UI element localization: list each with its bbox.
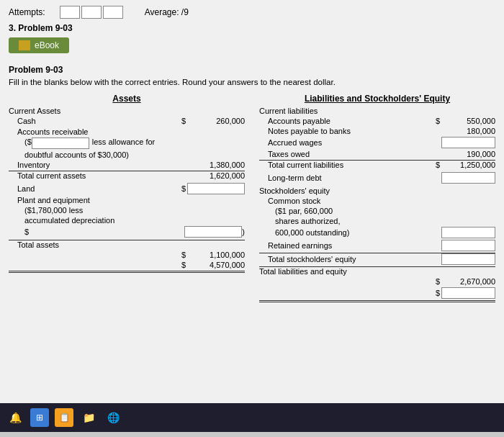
- taskbar-icon-1[interactable]: 🔔: [6, 408, 24, 427]
- taskbar: 🔔 ⊞ 📋 📁 🌐: [0, 403, 504, 432]
- windows-icon: ⊞: [36, 413, 43, 423]
- ebook-button[interactable]: eBook: [9, 37, 69, 53]
- bell-icon: 🔔: [9, 412, 22, 423]
- total-current-liabilities-label: Total current liabilities: [259, 161, 436, 169]
- accrued-wages-input[interactable]: [441, 137, 495, 148]
- common-stock-note1: ($1 par, 660,000: [259, 207, 495, 215]
- less-allowance-label: less allowance for: [89, 138, 155, 146]
- land-label: Land: [9, 184, 181, 193]
- plant-input[interactable]: [184, 226, 242, 238]
- folder-icon: 📁: [83, 412, 95, 423]
- retained-earnings-label: Retained earnings: [259, 241, 441, 250]
- instructions: Fill in the blanks below with the correc…: [9, 78, 495, 86]
- attempts-boxes: [60, 6, 123, 19]
- common-stock-input[interactable]: [441, 227, 495, 238]
- total-current-assets-value: 1,620,000: [187, 171, 245, 180]
- inventory-label: Inventory: [9, 161, 187, 169]
- land-dollar: $: [181, 184, 186, 193]
- notes-payable-value: 180,000: [441, 127, 495, 135]
- total-current-liabilities-value: 1,250,000: [441, 161, 495, 169]
- problem-title: Problem 9-03: [9, 65, 495, 75]
- taskbar-chrome-icon[interactable]: 🌐: [104, 408, 122, 427]
- long-term-debt-input[interactable]: [441, 172, 495, 184]
- liabilities-header: Liabilities and Stockholders' Equity: [259, 94, 495, 104]
- cash-label: Cash: [9, 117, 181, 125]
- current-assets-label: Current Assets: [9, 107, 245, 115]
- total-current-assets-label: Total current assets: [9, 171, 187, 180]
- plant-paren: ): [242, 227, 245, 236]
- long-term-debt-label: Long-term debt: [259, 174, 441, 182]
- land-input[interactable]: [187, 183, 245, 194]
- plant-dollar: $: [9, 227, 184, 236]
- total-stockholders-input[interactable]: [441, 253, 495, 265]
- ar-paren-open: ($: [9, 138, 32, 146]
- accrued-wages-label: Accrued wages: [259, 138, 441, 147]
- common-stock-note2: shares authorized,: [259, 217, 495, 225]
- retained-earnings-input[interactable]: [441, 240, 495, 251]
- cash-value: 260,000: [187, 117, 245, 125]
- liabilities-section: Liabilities and Stockholders' Equity Cur…: [252, 94, 495, 304]
- attempt-box-2[interactable]: [81, 6, 102, 19]
- total-assets-value1: 1,100,000: [187, 251, 245, 259]
- total-stockholders-label: Total stockholders' equity: [259, 255, 441, 263]
- stockholders-equity-label: Stockholders' equity: [259, 186, 495, 195]
- taxes-owed-value: 190,000: [441, 150, 495, 158]
- total-assets-dollar2: $: [181, 261, 186, 269]
- plant-equipment-label: Plant and equipment: [9, 196, 245, 204]
- total-current-liabilities-dollar: $: [436, 161, 440, 169]
- total-liabilities-dollar2: $: [436, 289, 440, 297]
- taskbar-folder-icon[interactable]: 📁: [79, 408, 98, 427]
- book-icon: [19, 40, 30, 50]
- taskbar-windows-icon[interactable]: ⊞: [30, 408, 49, 427]
- average-text: Average: /9: [145, 7, 189, 17]
- taskbar-notes-icon[interactable]: 📋: [55, 408, 73, 427]
- total-liabilities-label: Total liabilities and equity: [259, 267, 495, 276]
- ar-input[interactable]: [32, 138, 89, 149]
- common-stock-note3: 600,000 outstanding): [259, 228, 441, 237]
- accounts-payable-value: 550,000: [441, 117, 495, 125]
- total-assets-label: Total assets: [9, 240, 245, 249]
- accounts-receivable-label: Accounts receivable: [9, 127, 245, 136]
- cash-dollar: $: [181, 117, 186, 125]
- attempt-box-3[interactable]: [103, 6, 123, 19]
- total-assets-value2: 4,570,000: [187, 261, 245, 269]
- notes-icon: 📋: [59, 413, 70, 423]
- total-liabilities-value: 2,670,000: [441, 277, 495, 286]
- taxes-owed-label: Taxes owed: [259, 150, 441, 158]
- attempts-label: Attempts:: [9, 7, 45, 17]
- problem-ref: 3. Problem 9-03: [9, 23, 495, 33]
- ebook-label: eBook: [35, 40, 59, 50]
- common-stock-label: Common stock: [259, 197, 495, 205]
- plant-note1: ($1,780,000 less: [9, 206, 245, 215]
- accounts-payable-label: Accounts payable: [259, 117, 436, 125]
- total-assets-dollar: $: [181, 251, 186, 259]
- notes-payable-label: Notes payable to banks: [259, 127, 441, 135]
- attempt-box-1[interactable]: [60, 6, 80, 19]
- chrome-icon: 🌐: [107, 412, 120, 423]
- assets-header: Assets: [9, 94, 245, 104]
- plant-note2: accumulated depreciation: [9, 216, 245, 225]
- doubtful-accounts-label: doubtful accounts of $30,000): [9, 150, 245, 159]
- assets-section: Assets Current Assets Cash $ 260,000 Acc…: [9, 94, 252, 304]
- current-liabilities-label: Current liabilities: [259, 107, 495, 115]
- inventory-value: 1,380,000: [187, 161, 245, 169]
- total-liabilities-dollar1: $: [436, 277, 440, 286]
- accounts-payable-dollar: $: [436, 117, 440, 125]
- total-liabilities-input[interactable]: [441, 287, 495, 299]
